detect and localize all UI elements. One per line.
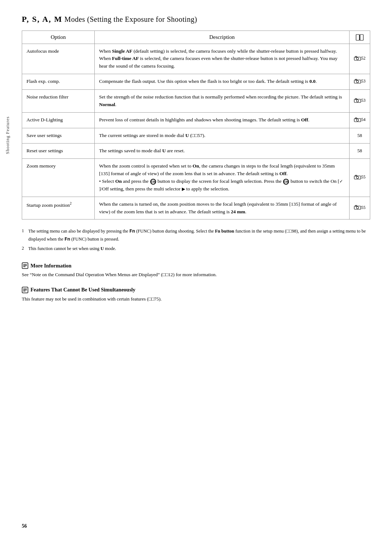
table-row: The settings saved to mode dial U are re… — [95, 143, 350, 158]
ok-button-icon: OK — [283, 179, 289, 185]
footnote-number: 2 — [22, 245, 27, 252]
table-row: Zoom memory — [22, 158, 95, 197]
arrow-right-icon: ▶ — [182, 186, 185, 193]
header-description: Description — [95, 31, 350, 44]
more-info-box: More Information See “Note on the Comman… — [22, 262, 370, 279]
ok-button-icon: OK — [150, 179, 156, 185]
table-row: 58 — [350, 143, 370, 158]
psam-letters: P, S, A, M — [22, 15, 62, 24]
svg-point-19 — [356, 207, 359, 209]
table-row: The current settings are stored in mode … — [95, 128, 350, 144]
more-info-title: More Information — [22, 262, 370, 269]
table-row: When Single AF (default setting) is sele… — [95, 44, 350, 74]
table-row: Autofocus mode — [22, 44, 95, 74]
cam-ref-icon: 53 — [354, 78, 366, 85]
table-row: Save user settings — [22, 128, 95, 144]
cam-ref-icon: 55 — [354, 204, 366, 211]
svg-point-4 — [356, 57, 359, 60]
header-option: Option — [22, 31, 95, 44]
cam-ref-icon: 54 — [354, 116, 366, 123]
svg-point-16 — [356, 176, 359, 178]
footnote-item: 1The setting menu can also be displayed … — [22, 227, 370, 243]
main-table: Option Description Autofocus modeWhen Si… — [22, 31, 370, 219]
svg-point-7 — [356, 81, 359, 83]
side-label: Shooting Features — [5, 116, 11, 154]
footnote-text: This function cannot be set when using U… — [28, 245, 370, 252]
table-row: 52 — [350, 44, 370, 74]
cam-ref-icon: 55 — [354, 174, 366, 181]
footnote-text: The setting menu can also be displayed b… — [28, 227, 370, 243]
table-row: Set the strength of the noise reduction … — [95, 90, 350, 113]
svg-point-13 — [356, 119, 359, 121]
table-row: Startup zoom position2 — [22, 197, 95, 219]
table-row: 55 — [350, 197, 370, 219]
table-row: When the camera is turned on, the zoom p… — [95, 197, 350, 219]
more-info-body: See “Note on the Command Dial Operation … — [22, 271, 370, 279]
cam-ref-icon: 52 — [354, 55, 366, 62]
svg-point-10 — [356, 100, 359, 102]
page-number: 56 — [22, 523, 27, 529]
book-icon — [356, 34, 364, 41]
table-row: 55 — [350, 158, 370, 197]
features-title: Features That Cannot Be Used Simultaneou… — [22, 287, 370, 293]
header-icon — [350, 31, 370, 44]
svg-rect-1 — [360, 35, 363, 40]
table-row: Prevent loss of contrast details in high… — [95, 113, 350, 128]
table-row: 53 — [350, 90, 370, 113]
table-row: 53 — [350, 74, 370, 90]
footnote-item: 2This function cannot be set when using … — [22, 245, 370, 252]
table-row: Flash exp. comp. — [22, 74, 95, 90]
features-box: Features That Cannot Be Used Simultaneou… — [22, 287, 370, 303]
pencil-icon — [22, 262, 28, 269]
table-row: 58 — [350, 128, 370, 144]
table-row: Reset user settings — [22, 143, 95, 158]
features-body: This feature may not be used in combinat… — [22, 295, 370, 303]
table-row: 54 — [350, 113, 370, 128]
footnotes: 1The setting menu can also be displayed … — [22, 227, 370, 252]
table-row: Compensate the flash output. Use this op… — [95, 74, 350, 90]
cam-ref-icon: 53 — [354, 97, 366, 104]
svg-rect-0 — [356, 35, 359, 40]
table-row: Noise reduction filter — [22, 90, 95, 113]
checkmark-icon: ✓ — [339, 178, 343, 185]
table-row: Active D-Lighting — [22, 113, 95, 128]
page-title: P, S, A, M Modes (Setting the Exposure f… — [22, 15, 370, 24]
pencil-icon-2 — [22, 287, 28, 293]
table-row: When the zoom control is operated when s… — [95, 158, 350, 197]
footnote-number: 1 — [22, 227, 27, 243]
